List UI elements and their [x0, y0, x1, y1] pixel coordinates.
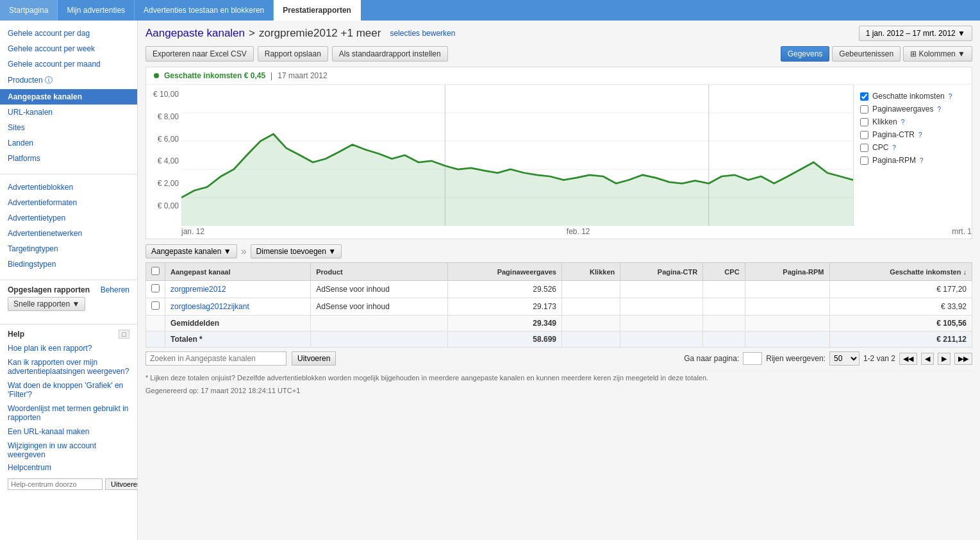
table-search-input[interactable]	[145, 351, 287, 366]
set-default-report-button[interactable]: Als standaardrapport instellen	[332, 46, 448, 62]
last-page-button[interactable]: ▶▶	[954, 353, 972, 365]
table-header-row: Aangepast kanaal Product Paginaweergaves…	[146, 263, 972, 281]
dimension-separator: »	[241, 246, 247, 257]
help-link-2[interactable]: Wat doen de knoppen 'Grafiek' en 'Filter…	[0, 378, 137, 401]
sidebar-item-advertentieblokken[interactable]: Advertentieblokken	[0, 180, 137, 195]
sidebar-item-advertentietypen[interactable]: Advertentietypen	[0, 210, 137, 226]
metric-label-pagina-rpm: Pagina-RPM	[872, 156, 916, 165]
metric-checkbox-cpc[interactable]	[860, 144, 868, 152]
sidebar-item-sites[interactable]: Sites	[0, 120, 137, 135]
metric-help-geschatte-inkomsten[interactable]: ?	[949, 93, 952, 100]
beheren-link[interactable]: Beheren	[101, 285, 129, 294]
th-geschatte-inkomsten[interactable]: Geschatte inkomsten ↓	[829, 263, 972, 281]
select-all-checkbox[interactable]	[151, 267, 160, 275]
nav-prestatierapporten[interactable]: Prestatierapporten	[274, 0, 361, 21]
sidebar-item-targetingtypen[interactable]: Targetingtypen	[0, 241, 137, 257]
metric-help-cpc[interactable]: ?	[892, 144, 896, 151]
sidebar-section-ad: Advertentieblokken Advertentieformaten A…	[0, 174, 137, 272]
sidebar-item-url-kanalen[interactable]: URL-kanalen	[0, 105, 137, 120]
nav-startpagina[interactable]: Startpagina	[0, 0, 58, 21]
totals-product	[311, 332, 448, 348]
nav-advertenties-toestaan[interactable]: Advertenties toestaan en blokkeren	[135, 0, 274, 21]
metric-klikken: Klikken ?	[860, 115, 965, 128]
help-link-5[interactable]: Wijzigingen in uw account weergeven	[0, 439, 137, 462]
nav-mijn-advertenties[interactable]: Mijn advertenties	[58, 0, 135, 21]
th-cpc[interactable]: CPC	[703, 263, 745, 281]
y-label-3: € 4,00	[146, 156, 179, 165]
quick-reports-button[interactable]: Snelle rapporten ▼	[8, 297, 85, 311]
helpcentrum-link[interactable]: Helpcentrum	[0, 462, 137, 473]
export-csv-button[interactable]: Exporteren naar Excel CSV	[145, 46, 254, 62]
sidebar-item-gehele-account-week[interactable]: Gehele account per week	[0, 41, 137, 56]
page-title: Aangepaste kanalen > zorgpremie2012 +1 m…	[145, 27, 455, 40]
y-label-0: € 10,00	[146, 90, 179, 99]
row-klikken-1	[562, 298, 620, 316]
metric-help-paginaweergaves[interactable]: ?	[937, 106, 941, 113]
metric-help-pagina-ctr[interactable]: ?	[918, 131, 922, 139]
metric-checkbox-pagina-rpm[interactable]	[860, 156, 868, 165]
dimension-add-button[interactable]: Dimensie toevoegen ▼	[251, 244, 342, 258]
rows-per-page-select[interactable]: 50 25 100	[829, 351, 860, 366]
averages-empty	[146, 316, 165, 332]
kolommen-button[interactable]: ⊞ Kolommen ▼	[903, 46, 972, 62]
first-page-button[interactable]: ◀◀	[899, 353, 917, 365]
page-number-input[interactable]: 1	[743, 352, 762, 365]
row-rpm-0	[745, 281, 829, 298]
th-product[interactable]: Product	[311, 263, 448, 281]
edit-selections-link[interactable]: selecties bewerken	[390, 29, 455, 38]
stored-reports-title: Opgeslagen rapporten	[8, 285, 90, 294]
row-select-1[interactable]	[151, 301, 160, 310]
row-kanaal-0[interactable]: zorgpremie2012	[165, 281, 311, 298]
metric-checkbox-geschatte-inkomsten[interactable]	[860, 92, 868, 101]
sidebar-item-aangepaste-kanalen[interactable]: Aangepaste kanalen	[0, 89, 137, 105]
averages-klikken	[562, 316, 620, 332]
stored-reports-section: Opgeslagen rapporten Beheren Snelle rapp…	[0, 280, 137, 316]
prev-page-button[interactable]: ◀	[921, 353, 934, 365]
th-klikken[interactable]: Klikken	[562, 263, 620, 281]
sidebar-item-gehele-account-maand[interactable]: Gehele account per maand	[0, 56, 137, 72]
totals-ctr	[620, 332, 703, 348]
date-range-button[interactable]: 1 jan. 2012 – 17 mrt. 2012 ▼	[859, 26, 972, 41]
save-report-button[interactable]: Rapport opslaan	[258, 46, 328, 62]
averages-inkomsten: € 105,56	[829, 316, 972, 332]
x-label-2: mrt. 1	[952, 227, 972, 236]
help-link-1[interactable]: Kan ik rapporten over mijn advertentiepl…	[0, 355, 137, 378]
metric-pagina-ctr: Pagina-CTR ?	[860, 128, 965, 141]
dimension-select-button[interactable]: Aangepaste kanalen ▼	[145, 244, 237, 258]
sidebar-item-biedingstypen[interactable]: Biedingstypen	[0, 257, 137, 272]
sidebar-item-landen[interactable]: Landen	[0, 135, 137, 151]
th-paginaweergaves[interactable]: Paginaweergaves	[448, 263, 562, 281]
sidebar-item-advertentieformaten[interactable]: Advertentieformaten	[0, 195, 137, 210]
help-link-3[interactable]: Woordenlijst met termen gebruikt in rapp…	[0, 401, 137, 425]
legend-dot	[154, 73, 159, 78]
sidebar-item-gehele-account-dag[interactable]: Gehele account per dag	[0, 26, 137, 41]
th-pagina-rpm[interactable]: Pagina-RPM	[745, 263, 829, 281]
gegevens-tab-button[interactable]: Gegevens	[781, 46, 830, 62]
totals-inkomsten: € 211,12	[829, 332, 972, 348]
breadcrumb[interactable]: Aangepaste kanalen	[145, 27, 245, 40]
y-label-1: € 8,00	[146, 112, 179, 121]
th-pagina-ctr[interactable]: Pagina-CTR	[620, 263, 703, 281]
sidebar-item-producten[interactable]: Producten ⓘ	[0, 72, 137, 89]
help-link-4[interactable]: Een URL-kanaal maken	[0, 425, 137, 439]
table-search-button[interactable]: Uitvoeren	[292, 351, 336, 366]
row-select-0[interactable]	[151, 284, 160, 292]
metric-checkbox-paginaweergaves[interactable]	[860, 105, 868, 114]
row-paginaweergaves-0: 29.526	[448, 281, 562, 298]
sidebar-item-platforms[interactable]: Platforms	[0, 151, 137, 166]
metric-label-geschatte-inkomsten: Geschatte inkomsten	[872, 92, 945, 101]
metric-help-pagina-rpm[interactable]: ?	[920, 157, 924, 164]
y-label-5: € 0,00	[146, 201, 179, 210]
help-collapse-button[interactable]: □	[119, 330, 129, 339]
help-link-0[interactable]: Hoe plan ik een rapport?	[0, 341, 137, 355]
chart-container: Geschatte inkomsten € 0,45 | 17 maart 20…	[145, 67, 972, 239]
metric-checkbox-pagina-ctr[interactable]	[860, 131, 868, 139]
row-kanaal-1[interactable]: zorgtoeslag2012zijkant	[165, 298, 311, 316]
sidebar-item-advertentienetwerken[interactable]: Advertentienetwerken	[0, 226, 137, 241]
th-aangepast-kanaal[interactable]: Aangepast kanaal	[165, 263, 311, 281]
next-page-button[interactable]: ▶	[938, 353, 951, 365]
help-search-input[interactable]	[8, 478, 103, 490]
metric-help-klikken[interactable]: ?	[901, 119, 905, 126]
gebeurtenissen-tab-button[interactable]: Gebeurtenissen	[832, 46, 901, 62]
metric-checkbox-klikken[interactable]	[860, 118, 868, 126]
